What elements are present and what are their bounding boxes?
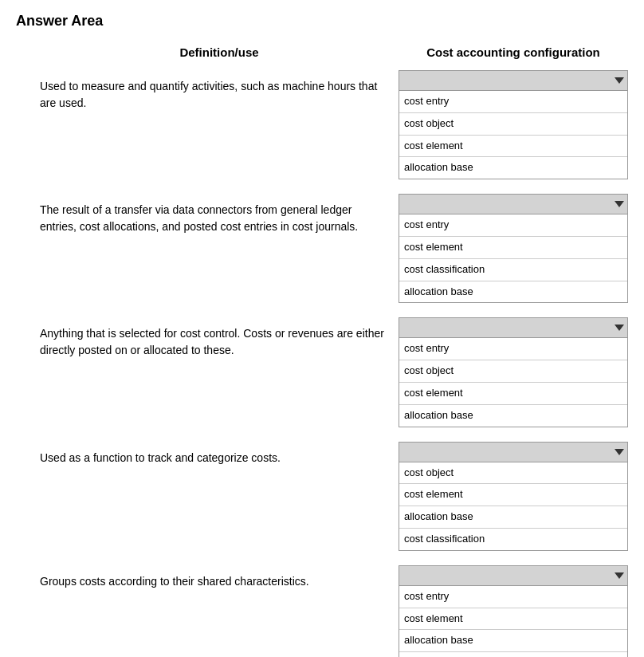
dropdown-option-2-4[interactable]: allocation base <box>399 281 627 303</box>
qa-row-5: Groups costs according to their shared c… <box>16 565 628 657</box>
qa-row-3: Anything that is selected for cost contr… <box>16 317 628 427</box>
config-dropdown-4[interactable]: cost objectcost elementallocation baseco… <box>399 442 628 551</box>
dropdown-option-4-4[interactable]: cost classification <box>399 529 627 550</box>
definition-text-4: Used as a function to track and categori… <box>16 442 399 474</box>
config-column-header: Cost accounting configuration <box>399 45 628 59</box>
config-dropdown-1[interactable]: cost entrycost objectcost elementallocat… <box>399 70 628 179</box>
dropdown-option-5-3[interactable]: allocation base <box>399 630 627 652</box>
dropdown-option-5-2[interactable]: cost element <box>399 608 627 631</box>
definition-column-header: Definition/use <box>16 45 399 59</box>
dropdown-option-2-1[interactable]: cost entry <box>399 214 627 237</box>
definition-text-2: The result of a transfer via data connec… <box>16 194 399 243</box>
qa-row-2: The result of a transfer via data connec… <box>16 194 628 303</box>
dropdown-header-4[interactable] <box>399 442 628 462</box>
page-title: Answer Area <box>16 13 628 30</box>
dropdown-options-2: cost entrycost elementcost classificatio… <box>399 214 628 303</box>
qa-row-1: Used to measure and quantify activities,… <box>16 70 628 179</box>
dropdown-option-1-1[interactable]: cost entry <box>399 91 627 113</box>
dropdown-options-3: cost entrycost objectcost elementallocat… <box>399 338 628 427</box>
definition-text-5: Groups costs according to their shared c… <box>16 565 399 598</box>
dropdown-option-5-4[interactable]: cost classification <box>399 652 627 657</box>
config-dropdown-5[interactable]: cost entrycost elementallocation basecos… <box>399 565 628 657</box>
dropdown-option-2-2[interactable]: cost element <box>399 237 627 259</box>
dropdown-header-2[interactable] <box>399 194 628 214</box>
definition-text-3: Anything that is selected for cost contr… <box>16 317 399 367</box>
dropdown-options-5: cost entrycost elementallocation basecos… <box>399 586 628 657</box>
dropdown-header-5[interactable] <box>399 565 628 586</box>
dropdown-header-1[interactable] <box>399 70 628 91</box>
dropdown-option-2-3[interactable]: cost classification <box>399 259 627 281</box>
dropdown-option-3-3[interactable]: cost element <box>399 383 627 405</box>
dropdown-option-1-2[interactable]: cost object <box>399 113 627 136</box>
dropdown-options-1: cost entrycost objectcost elementallocat… <box>399 91 628 179</box>
dropdown-option-4-2[interactable]: cost element <box>399 484 627 506</box>
dropdown-options-4: cost objectcost elementallocation baseco… <box>399 462 628 551</box>
dropdown-option-4-1[interactable]: cost object <box>399 462 627 485</box>
dropdown-option-1-4[interactable]: allocation base <box>399 157 627 179</box>
dropdown-header-3[interactable] <box>399 317 628 338</box>
config-dropdown-3[interactable]: cost entrycost objectcost elementallocat… <box>399 317 628 427</box>
dropdown-option-1-3[interactable]: cost element <box>399 136 627 158</box>
qa-row-4: Used as a function to track and categori… <box>16 442 628 551</box>
dropdown-arrow-icon-2 <box>615 201 624 207</box>
dropdown-option-3-4[interactable]: allocation base <box>399 405 627 427</box>
dropdown-option-5-1[interactable]: cost entry <box>399 586 627 608</box>
dropdown-arrow-icon-3 <box>615 325 624 331</box>
dropdown-arrow-icon-4 <box>615 449 624 455</box>
config-dropdown-2[interactable]: cost entrycost elementcost classificatio… <box>399 194 628 303</box>
dropdown-option-3-1[interactable]: cost entry <box>399 338 627 360</box>
dropdown-option-3-2[interactable]: cost object <box>399 360 627 383</box>
dropdown-arrow-icon-5 <box>615 572 624 579</box>
definition-text-1: Used to measure and quantify activities,… <box>16 70 399 120</box>
dropdown-arrow-icon-1 <box>615 77 624 84</box>
dropdown-option-4-3[interactable]: allocation base <box>399 506 627 529</box>
